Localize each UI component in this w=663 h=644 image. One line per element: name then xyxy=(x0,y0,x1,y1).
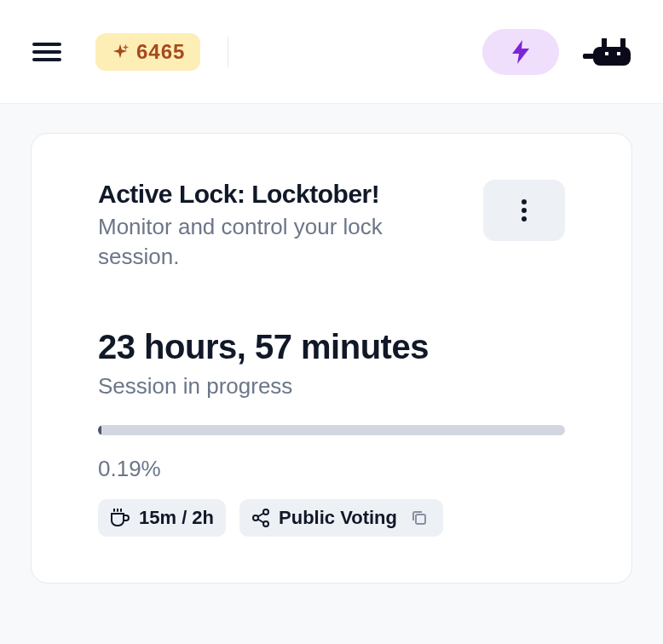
svg-point-15 xyxy=(263,509,268,515)
hamburger-icon xyxy=(32,42,61,62)
public-voting-chip: Public Voting xyxy=(239,499,443,537)
svg-point-11 xyxy=(522,216,527,221)
progress-percent-label: 0.19% xyxy=(98,456,565,482)
copy-icon xyxy=(411,509,428,526)
svg-rect-20 xyxy=(416,515,425,524)
card-subtitle: Monitor and control your lock session. xyxy=(98,212,463,272)
bolt-button[interactable] xyxy=(482,29,559,75)
avatar[interactable] xyxy=(583,37,632,67)
svg-point-16 xyxy=(253,515,258,520)
time-block: 23 hours, 57 minutes Session in progress… xyxy=(98,328,565,537)
progress-bar xyxy=(98,425,565,435)
svg-point-17 xyxy=(263,521,268,526)
coffee-icon xyxy=(110,509,130,527)
coffee-chip-label: 15m / 2h xyxy=(139,507,214,529)
card-header: Active Lock: Locktober! Monitor and cont… xyxy=(98,180,565,272)
points-value: 6465 xyxy=(136,40,185,64)
svg-rect-5 xyxy=(602,38,607,50)
svg-rect-6 xyxy=(620,38,626,50)
sparkle-icon xyxy=(111,43,130,61)
svg-line-19 xyxy=(258,520,264,523)
copy-button[interactable] xyxy=(407,506,431,530)
top-bar: 6465 xyxy=(0,0,663,104)
card-title: Active Lock: Locktober! xyxy=(98,180,463,209)
public-voting-chip-label: Public Voting xyxy=(279,507,397,529)
points-badge[interactable]: 6465 xyxy=(95,33,200,71)
time-value: 23 hours, 57 minutes xyxy=(98,328,565,366)
svg-point-10 xyxy=(522,208,527,213)
coffee-chip: 15m / 2h xyxy=(98,499,226,537)
dots-vertical-icon xyxy=(521,198,528,222)
svg-rect-4 xyxy=(583,54,598,59)
bolt-icon xyxy=(510,40,531,64)
chip-row: 15m / 2h Public Voting xyxy=(98,499,565,537)
svg-rect-7 xyxy=(605,52,608,55)
active-lock-card: Active Lock: Locktober! Monitor and cont… xyxy=(31,133,632,584)
time-status: Session in progress xyxy=(98,373,565,400)
divider xyxy=(228,37,228,67)
share-icon xyxy=(251,509,270,527)
svg-rect-8 xyxy=(617,52,620,55)
card-heading-group: Active Lock: Locktober! Monitor and cont… xyxy=(98,180,463,272)
svg-point-9 xyxy=(522,199,527,204)
menu-button[interactable] xyxy=(31,36,63,68)
avatar-icon xyxy=(583,37,632,67)
svg-line-18 xyxy=(258,514,264,517)
more-button[interactable] xyxy=(483,180,565,241)
progress-fill xyxy=(98,425,101,435)
page-body: Active Lock: Locktober! Monitor and cont… xyxy=(0,104,663,584)
